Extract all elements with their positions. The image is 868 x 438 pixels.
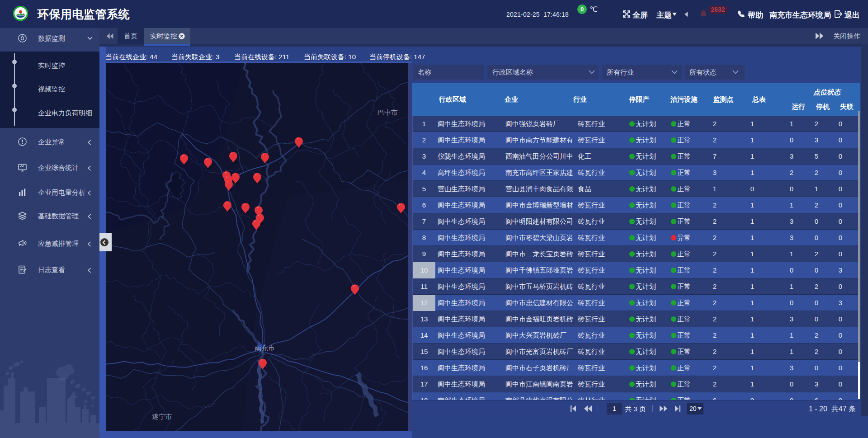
svg-text:巴中市: 巴中市 [377, 108, 398, 116]
svg-text:南充市: 南充市 [255, 344, 275, 352]
svg-text:遂宁市: 遂宁市 [152, 413, 172, 420]
